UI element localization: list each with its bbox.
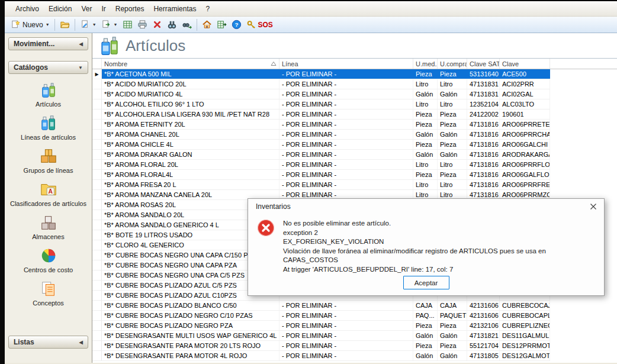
cell-clave: ACI02PRR — [500, 79, 550, 89]
table-row[interactable]: *B* ACIDO MURIATICO 20L- POR ELIMINAR -L… — [92, 79, 550, 89]
table-row[interactable]: *B* DESENGRASANTE MULTI USOS WAP GENERIC… — [92, 331, 550, 341]
sidebar-item-lineas-de-articulos[interactable]: Líneas de artículos — [8, 114, 88, 141]
cell-umed: Litro — [413, 79, 438, 89]
current-row-marker — [92, 281, 102, 290]
cell-ucompra: Pieza — [438, 109, 467, 119]
current-row-marker — [92, 291, 102, 300]
abrir-button[interactable] — [57, 18, 72, 31]
column-header-clave[interactable]: Clave — [500, 59, 550, 69]
table-row[interactable]: *B* DESENGRASANTE PARA MOTOR 4L ROJO- PO… — [92, 351, 550, 361]
sidebar-item-centros-de-costo[interactable]: Centros de costo — [8, 247, 88, 273]
close-icon[interactable] — [589, 202, 598, 211]
table-row[interactable]: *B* AROMA FLORAL 20L- POR ELIMINAR -Litr… — [92, 160, 550, 170]
page-header: Artículos — [92, 33, 617, 59]
enviar-button[interactable]: ▼ — [99, 18, 120, 31]
table-row[interactable]: *B* AROMA DRAKAR GALON- POR ELIMINAR -Ga… — [92, 150, 550, 160]
toolbar-separator — [75, 19, 75, 31]
editar-button[interactable]: ▼ — [78, 18, 99, 31]
current-row-marker — [92, 220, 102, 230]
cell-clave: ALC03LTO — [500, 99, 550, 109]
current-row-marker — [92, 311, 102, 320]
table-row[interactable]: *B* AROMA CHICLE 4L- POR ELIMINAR -Pieza… — [92, 140, 550, 150]
cell-clave-sat: 47131816 — [467, 140, 500, 149]
current-row-marker — [92, 89, 102, 99]
cell-clave: ARO06PRRFRE — [500, 180, 550, 189]
cell-ucompra: Litro — [438, 180, 467, 189]
cell-ucompra: PAQUETE — [438, 311, 467, 320]
ayuda-button[interactable]: ? — [229, 18, 244, 31]
buscar-siguiente-button[interactable] — [179, 18, 194, 31]
table-row[interactable]: *B* ALCOHOL ETILICO 96° 1 LTO- POR ELIMI… — [92, 99, 550, 109]
table-row[interactable]: *B* AROMA FLORAL4L- POR ELIMINAR -PiezaP… — [92, 170, 550, 180]
menu-item-reportes[interactable]: Reportes — [111, 4, 149, 14]
imprimir-button[interactable] — [135, 18, 150, 31]
current-row-marker — [92, 230, 102, 240]
table-row[interactable]: *B* AROMA FRESA 20 L- POR ELIMINAR -Litr… — [92, 180, 550, 190]
edit-icon — [80, 20, 90, 30]
sidebar-item-conceptos[interactable]: Conceptos — [8, 280, 88, 307]
sidebar-panel-catalogos[interactable]: Catálogos ▼ — [8, 61, 88, 74]
table-row[interactable]: *B* DESENGRASANTE PARA MOTOR 20 LTS ROJO… — [92, 341, 550, 351]
cell-clave-sat: 47131816 — [467, 160, 500, 169]
table-row[interactable]: *B* CUBRE BOCAS PLIZADO NEGRO C/10 PZAS-… — [92, 311, 550, 321]
sidebar-panel-movimientos[interactable]: Movimient... ◀ — [8, 37, 88, 50]
table-row[interactable]: ▶*B* ACETONA 500 MIL- POR ELIMINAR -Piez… — [92, 69, 550, 79]
menu-item-ayuda[interactable]: ? — [201, 4, 214, 14]
sidebar-item-grupos-de-lineas[interactable]: Grupos de líneas — [8, 147, 88, 174]
delete-icon — [152, 20, 162, 30]
row-selector-header — [92, 59, 102, 69]
cell-clave: ARO06PRRCHA — [500, 130, 550, 139]
cell-ucompra: Galón — [438, 331, 467, 340]
column-header-umed[interactable]: U.med... — [413, 59, 438, 69]
open-folder-icon — [60, 20, 70, 30]
menu-item-ver[interactable]: Ver — [76, 4, 97, 14]
dialog-title: Inventarios — [256, 202, 291, 211]
cell-ucompra: Galón — [438, 351, 467, 360]
column-header-ucompra[interactable]: U.compra — [438, 59, 467, 69]
table-row[interactable]: *B* AROMA CHANEL 20L- POR ELIMINAR -Galó… — [92, 130, 550, 140]
inicio-button[interactable] — [200, 18, 214, 31]
menu-item-herramientas[interactable]: Herramientas — [149, 4, 201, 14]
table-row[interactable]: *B* CUBRE BOCAS PLIZADO BLANCO C/50- POR… — [92, 301, 550, 311]
column-header-nombre[interactable]: Nombre — [102, 59, 279, 69]
cell-linea: - POR ELIMINAR - — [279, 331, 413, 340]
current-row-marker — [92, 260, 102, 270]
sidebar-item-clasificadores-de-articulos[interactable]: AClasificadores de artículos — [8, 181, 88, 207]
menu-item-ir[interactable]: Ir — [97, 4, 110, 14]
table-row[interactable]: *B* ALCOHOLERA LISA LIGERA 930 MIL /PET … — [92, 109, 550, 120]
column-header-label: Nombre — [104, 60, 127, 67]
cell-linea: - POR ELIMINAR - — [279, 321, 413, 330]
sidebar-item-articulos[interactable]: Artículos — [8, 81, 88, 108]
table-row[interactable]: *B* CUBRE BOCAS PLIZADO NEGRO PZA- POR E… — [92, 321, 550, 331]
column-header-linea[interactable]: Línea — [279, 59, 413, 69]
cell-nombre: *B* CUBRE BOCAS PLIZADO BLANCO C/50 — [102, 301, 279, 310]
vista-tabla-button[interactable] — [120, 18, 135, 31]
error-message-line: At trigger 'ARTICULOS_BEFUPDDEL_RI' line… — [283, 265, 594, 275]
error-message-line: exception 2 — [283, 228, 594, 238]
sidebar-item-label: Artículos — [36, 101, 61, 108]
soporte-button[interactable]: SOS — [244, 18, 275, 31]
cell-clave: CUBREPLIZNEG — [500, 321, 550, 330]
cell-umed: Pieza — [413, 140, 438, 149]
current-row-marker — [92, 270, 102, 280]
sidebar-item-almacenes[interactable]: Almacenes — [8, 214, 88, 240]
buscar-button[interactable] — [165, 18, 179, 31]
menu-item-archivo[interactable]: Archivo — [11, 4, 44, 14]
nuevo-button[interactable]: Nuevo▼ — [8, 18, 52, 31]
exportar-button[interactable] — [214, 18, 229, 31]
column-header-clave-sat[interactable]: Clave SAT — [467, 59, 500, 69]
sidebar-panel-listas[interactable]: Listas ◀ — [8, 336, 88, 349]
current-row-marker — [92, 190, 102, 199]
cell-umed: Galón — [413, 89, 438, 99]
cell-linea: - POR ELIMINAR - — [279, 89, 413, 99]
chevron-down-icon: ▼ — [114, 22, 118, 27]
table-row[interactable]: *B* AROMA ETERNITY 20L- POR ELIMINAR -Pi… — [92, 120, 550, 130]
cell-clave: ARO06PRRFLO — [500, 160, 550, 169]
eliminar-button[interactable] — [150, 18, 165, 31]
table-row[interactable]: *B* ACIDO MURIATICO 4L- POR ELIMINAR -Ga… — [92, 89, 550, 99]
current-row-marker — [92, 321, 102, 330]
current-row-marker — [92, 250, 102, 260]
window-left-edge — [0, 0, 5, 364]
accept-button[interactable]: Aceptar — [403, 276, 449, 289]
menu-item-edicion[interactable]: Edición — [44, 4, 76, 14]
